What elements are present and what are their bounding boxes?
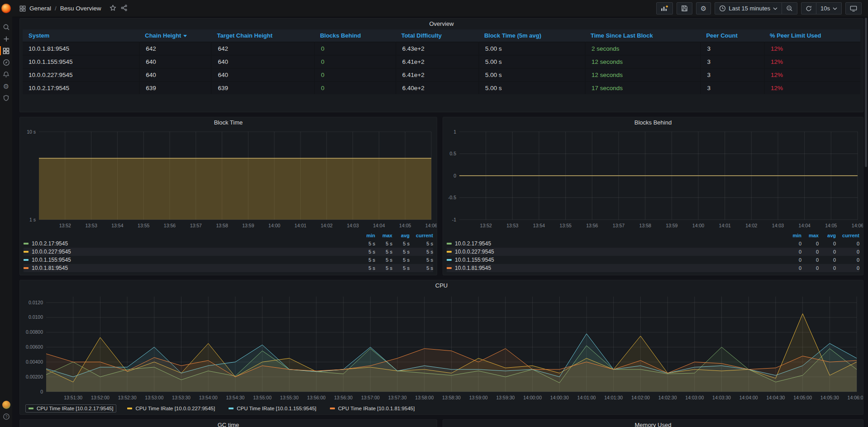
svg-text:13:58:00: 13:58:00 (415, 395, 434, 400)
panel-title-overview[interactable]: Overview (20, 19, 863, 29)
col-header-total-difficulty[interactable]: Total Difficulty (396, 29, 478, 42)
blocks-behind-chart[interactable]: 10.50-0.5-113:5213:5313:5413:5513:5613:5… (443, 128, 863, 230)
breadcrumb-dashboard-title[interactable]: Besu Overview (60, 5, 101, 12)
svg-text:13:54: 13:54 (111, 223, 123, 228)
breadcrumb-folder[interactable]: General (29, 5, 51, 12)
legend-header-avg[interactable]: avg (392, 233, 410, 238)
legend-header-current[interactable]: current (410, 233, 433, 238)
zoom-out-time-button[interactable] (782, 2, 797, 14)
save-icon (681, 5, 688, 12)
panel-title-gc-time[interactable]: GC time (20, 420, 437, 427)
block-time-chart[interactable]: 10 s1 s13:5213:5313:5413:5513:5613:5713:… (20, 128, 437, 230)
cell-total-difficulty: 6.41e+2 (396, 55, 478, 68)
svg-text:13:52:30: 13:52:30 (118, 395, 137, 400)
sidebar-item-server-admin[interactable] (0, 92, 12, 104)
svg-text:14:06:00: 14:06:00 (848, 395, 863, 400)
panel-title-blocks-behind[interactable]: Blocks Behind (443, 117, 863, 128)
col-header-time-since-last-block[interactable]: Time Since Last Block (585, 29, 700, 42)
panel-title-cpu[interactable]: CPU (20, 280, 863, 291)
cpu-chart[interactable]: 0.01200.01000.008000.006000.004000.00200… (20, 291, 863, 403)
svg-text:0.0120: 0.0120 (29, 300, 43, 305)
cell-target-chain-height: 640 (211, 68, 314, 81)
legend-header-avg[interactable]: avg (819, 233, 836, 238)
series-label: CPU Time IRate [10.0.2.17:9545] (37, 406, 113, 411)
add-panel-button[interactable] (656, 2, 673, 14)
clock-icon (719, 5, 726, 12)
sidebar-item-explore[interactable] (0, 57, 12, 68)
table-row: 10.0.2.17:9545 639 639 0 6.40e+2 5.00 s … (23, 81, 860, 94)
dashboard-settings-button[interactable]: ⚙ (696, 2, 711, 14)
cell-target-chain-height: 640 (211, 55, 314, 68)
zoom-out-icon (786, 5, 793, 12)
time-picker-group: Last 15 minutes (715, 2, 797, 14)
legend-header-min[interactable]: min (784, 233, 801, 238)
legend-header-max[interactable]: max (375, 233, 392, 238)
svg-text:14:05:00: 14:05:00 (793, 395, 812, 400)
col-header-system[interactable]: System (23, 29, 139, 42)
legend-row: 10.0.1.81:9545 0000 (447, 264, 859, 272)
panel-title-block-time[interactable]: Block Time (20, 117, 437, 128)
legend-row: 10.0.1.155:9545 5 s5 s5 s5 s (24, 256, 433, 264)
sort-desc-icon (183, 35, 187, 37)
svg-text:14:05:30: 14:05:30 (820, 395, 839, 400)
cycle-view-mode-button[interactable] (845, 2, 862, 14)
series-label: 10.0.1.81:9545 (32, 265, 68, 271)
col-header-peer-limit-used[interactable]: % Peer Limit Used (764, 29, 860, 42)
scrollbar-thumb[interactable] (865, 18, 867, 167)
svg-text:?: ? (5, 414, 7, 419)
breadcrumb-separator: / (55, 5, 57, 12)
cell-target-chain-height: 642 (211, 42, 314, 55)
legend-header-min[interactable]: min (358, 233, 375, 238)
share-dashboard-icon[interactable] (121, 5, 128, 13)
svg-text:0: 0 (453, 173, 456, 178)
legend-row: 10.0.2.17:9545 0000 (447, 240, 859, 248)
svg-text:14:03:30: 14:03:30 (712, 395, 731, 400)
legend-item[interactable]: CPU Time IRate [10.0.1.155:9545] (226, 405, 319, 412)
legend-item[interactable]: CPU Time IRate [10.0.2.17:9545] (25, 404, 116, 413)
col-header-block-time[interactable]: Block Time (5m avg) (478, 29, 585, 42)
refresh-interval-picker[interactable]: 10s (816, 2, 842, 14)
svg-text:13:57: 13:57 (190, 223, 202, 228)
col-header-peer-count[interactable]: Peer Count (700, 29, 764, 42)
table-header-row: System Chain Height Target Chain Height … (23, 29, 860, 42)
grafana-logo[interactable] (1, 4, 11, 13)
star-dashboard-icon[interactable] (110, 5, 116, 13)
sidebar-item-help[interactable]: ? (0, 411, 12, 422)
svg-text:13:57: 13:57 (613, 223, 625, 228)
panel-memory-used: Memory Used (443, 419, 863, 427)
series-color-swatch (29, 408, 33, 409)
cell-blocks-behind: 0 (314, 81, 396, 94)
sidebar-item-profile[interactable] (0, 399, 12, 411)
cell-time-since-last-block: 17 seconds (585, 81, 700, 94)
svg-text:13:55: 13:55 (138, 223, 149, 228)
sidebar-item-search[interactable] (0, 21, 12, 33)
legend-item[interactable]: CPU Time IRate [10.0.1.81:9545] (327, 405, 417, 412)
svg-text:1 s: 1 s (29, 217, 36, 222)
refresh-button[interactable] (801, 2, 816, 14)
panel-title-memory-used[interactable]: Memory Used (443, 420, 863, 427)
topnav-controls: ⚙ Last 15 minutes (656, 2, 862, 14)
series-label: 10.0.2.17:9545 (455, 240, 491, 247)
sidebar-item-configuration[interactable]: ⚙ (0, 80, 12, 92)
svg-text:14:06: 14:06 (852, 223, 863, 228)
svg-text:14:03: 14:03 (347, 223, 358, 228)
sidebar-item-alerting[interactable] (0, 68, 12, 80)
save-dashboard-button[interactable] (677, 2, 692, 14)
panel-overview: Overview System Chain Height Target Chai… (19, 18, 863, 112)
legend-header-max[interactable]: max (801, 233, 819, 238)
cell-peer-limit-used: 12% (764, 81, 860, 94)
sidebar-item-create[interactable] (0, 33, 12, 45)
bell-icon (3, 71, 10, 78)
time-range-picker[interactable]: Last 15 minutes (715, 2, 782, 14)
svg-text:10 s: 10 s (27, 129, 36, 134)
svg-text:13:54: 13:54 (533, 223, 545, 228)
col-header-target-chain-height[interactable]: Target Chain Height (211, 29, 314, 42)
col-header-chain-height[interactable]: Chain Height (139, 29, 211, 42)
legend-header-current[interactable]: current (836, 233, 859, 238)
cell-chain-height: 640 (139, 68, 211, 81)
col-header-blocks-behind[interactable]: Blocks Behind (314, 29, 396, 42)
page-scrollbar[interactable] (864, 18, 868, 427)
legend-item[interactable]: CPU Time IRate [10.0.0.227:9545] (124, 405, 218, 412)
sidebar-item-dashboards[interactable] (0, 45, 12, 57)
series-label: CPU Time IRate [10.0.0.227:9545] (135, 406, 215, 411)
